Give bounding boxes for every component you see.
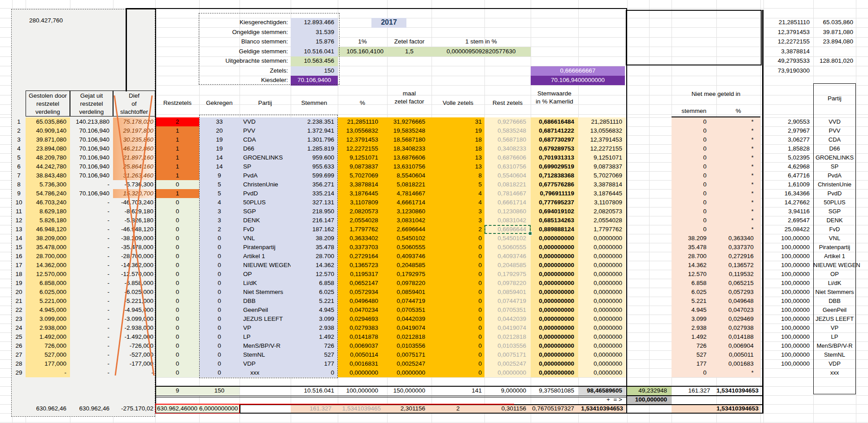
cell-stemwaarde[interactable]: 0,000000000: [531, 368, 578, 377]
total-stemwaarde-sum[interactable]: 49,232948: [627, 386, 672, 395]
cell-nm-pct[interactable]: 0,363340: [716, 234, 760, 243]
cell-partij-right[interactable]: D66: [813, 144, 856, 153]
cell-gestolen[interactable]: 38.209,000: [26, 234, 70, 243]
cell-gejat[interactable]: 70.106,940: [70, 153, 113, 162]
cell-partij[interactable]: OP: [240, 270, 291, 279]
cell-maal[interactable]: 0,0025247: [387, 359, 432, 368]
cell-stemwaarde[interactable]: 0,000000000: [531, 341, 578, 350]
cell-stemwaarde[interactable]: 0,685134263: [531, 216, 578, 225]
cell-restzetels[interactable]: 1: [156, 171, 199, 180]
cell-partij[interactable]: NIEUWE WEGEN: [240, 261, 291, 270]
cell-stemmen[interactable]: 726: [291, 341, 338, 350]
cell-num[interactable]: 2,69547: [763, 216, 813, 225]
cell-pct[interactable]: 0,0016831: [338, 359, 387, 368]
cell-partij-right[interactable]: Li/dK: [813, 279, 856, 288]
cell-gestolen[interactable]: 1.492,000: [26, 332, 70, 341]
cell-volle[interactable]: 19: [432, 126, 484, 135]
cell-gekregen[interactable]: 3: [199, 216, 240, 225]
cell-maal[interactable]: 4,7814667: [387, 189, 432, 198]
cell-maal[interactable]: 0,0212818: [387, 332, 432, 341]
pct-value[interactable]: 105.160,4100: [338, 47, 387, 57]
cell-nm-pct[interactable]: *: [716, 162, 760, 171]
cell-gejat[interactable]: -: [70, 359, 113, 368]
cell-gejat[interactable]: 70.106,940: [70, 162, 113, 171]
cell-nm-pct[interactable]: 0,027938: [716, 324, 760, 332]
cell-volle[interactable]: 0: [432, 261, 484, 270]
cell-restzetels[interactable]: 0: [156, 359, 199, 368]
cell-restzetels[interactable]: 1: [156, 162, 199, 171]
cell-rest[interactable]: 0,3408233: [484, 144, 531, 153]
cell-stemmen[interactable]: 14.362: [291, 261, 338, 270]
cell-maal[interactable]: 3,0831042: [387, 216, 432, 225]
cell-rest[interactable]: 0,0818221: [484, 180, 531, 189]
info-value-2[interactable]: 15.876: [291, 37, 338, 47]
cell-nm-pct[interactable]: 0,001683: [716, 359, 760, 368]
cell-num[interactable]: 16,34366: [763, 189, 813, 198]
cell-gestolen[interactable]: 28.700,000: [26, 252, 70, 261]
cell-gejat[interactable]: -: [70, 279, 113, 288]
cell-partij-right[interactable]: DBB: [813, 297, 856, 306]
cell-restzetels[interactable]: 0: [156, 341, 199, 350]
info-value-0[interactable]: 12.893.466: [291, 18, 338, 28]
cell-gejat[interactable]: -: [70, 315, 113, 324]
cell-gekregen[interactable]: 33: [199, 117, 240, 126]
cell-partij[interactable]: PVV: [240, 126, 291, 135]
cell-pct2[interactable]: 0,0000000: [578, 306, 626, 315]
cell-nm-stemmen[interactable]: 0: [672, 153, 716, 162]
cell-pct2[interactable]: 0,0000000: [578, 261, 626, 270]
cell-restzetels[interactable]: 0: [156, 225, 199, 234]
cell-partij[interactable]: FvD: [240, 225, 291, 234]
bottom-gestolen[interactable]: 630.962,46: [26, 404, 70, 413]
cell-nm-pct[interactable]: 0,119532: [716, 270, 760, 279]
cell-dief[interactable]: -35.478,000: [113, 243, 155, 252]
cell-maal[interactable]: 0,0859401: [387, 288, 432, 297]
cell-partij-right[interactable]: OP: [813, 270, 856, 279]
bottom-stemwaarde[interactable]: 0,76705197327: [531, 404, 578, 413]
cell-restzetels[interactable]: 0: [156, 332, 199, 341]
cell-pct2[interactable]: 1,7797762: [578, 225, 626, 234]
cell-nm-stemmen[interactable]: 0: [672, 189, 716, 198]
cell-nm-stemmen[interactable]: 14.362: [672, 261, 716, 270]
cell-gejat[interactable]: -: [70, 270, 113, 279]
cell-partij-right[interactable]: Artikel 1: [813, 252, 856, 261]
cell-volle[interactable]: 4: [432, 189, 484, 198]
cell-nm-pct[interactable]: *: [716, 180, 760, 189]
cell-pct2[interactable]: 12,2272155: [578, 144, 626, 153]
cell-gejat[interactable]: -: [70, 207, 113, 216]
total-rest[interactable]: 9,000000: [484, 386, 531, 395]
cell-volle[interactable]: 13: [432, 162, 484, 171]
cell-nm-stemmen[interactable]: 35.478: [672, 243, 716, 252]
cell-gejat[interactable]: 140.213,880: [70, 117, 113, 126]
cell-nm-stemmen[interactable]: 5.221: [672, 297, 716, 306]
cell-num[interactable]: 1,85828: [763, 144, 813, 153]
cell-partij[interactable]: Piratenpartij: [240, 243, 291, 252]
cell-stemmen[interactable]: 1.301.796: [291, 135, 338, 144]
cell-pct[interactable]: 0,0279383: [338, 324, 387, 332]
cell-stemmen[interactable]: 356.271: [291, 180, 338, 189]
cell-maal[interactable]: 13,6310756: [387, 162, 432, 171]
cell-rest[interactable]: 0,9276665: [484, 117, 531, 126]
cell-pct[interactable]: 0,0294693: [338, 315, 387, 324]
cell-num[interactable]: 6,47716: [763, 171, 813, 180]
cell-rest[interactable]: 0,0442039: [484, 315, 531, 324]
cell-maal[interactable]: 19,5835248: [387, 126, 432, 135]
cell-restzetels[interactable]: 0: [156, 297, 199, 306]
info-value-3[interactable]: 10.516.041: [291, 47, 338, 57]
cell-gekregen[interactable]: 20: [199, 126, 240, 135]
cell-pct[interactable]: 0,0141878: [338, 332, 387, 341]
cell-partij[interactable]: Li/dK: [240, 279, 291, 288]
cell-rest[interactable]: 0,0075171: [484, 350, 531, 359]
cell-partij-right[interactable]: MenS/BP/V-R: [813, 341, 856, 350]
cell-partij[interactable]: DBB: [240, 297, 291, 306]
cell-maal[interactable]: 0,4093746: [387, 252, 432, 261]
cell-maal[interactable]: 5,0818221: [387, 180, 432, 189]
cell-partij[interactable]: MenS/BP/V-R: [240, 341, 291, 350]
info-value-6[interactable]: 70.106,9400: [291, 76, 338, 86]
cell-pct2[interactable]: 3,1107809: [578, 198, 626, 207]
cell-partij-right[interactable]: NIEUWE WEGEN: [813, 261, 856, 270]
cell-nm-pct[interactable]: *: [716, 225, 760, 234]
cell-rest[interactable]: 0,5450102: [484, 234, 531, 243]
cell-nm-stemmen[interactable]: 0: [672, 162, 716, 171]
cell-maal[interactable]: 0,5060555: [387, 243, 432, 252]
cell-nm-pct[interactable]: 0,049648: [716, 297, 760, 306]
